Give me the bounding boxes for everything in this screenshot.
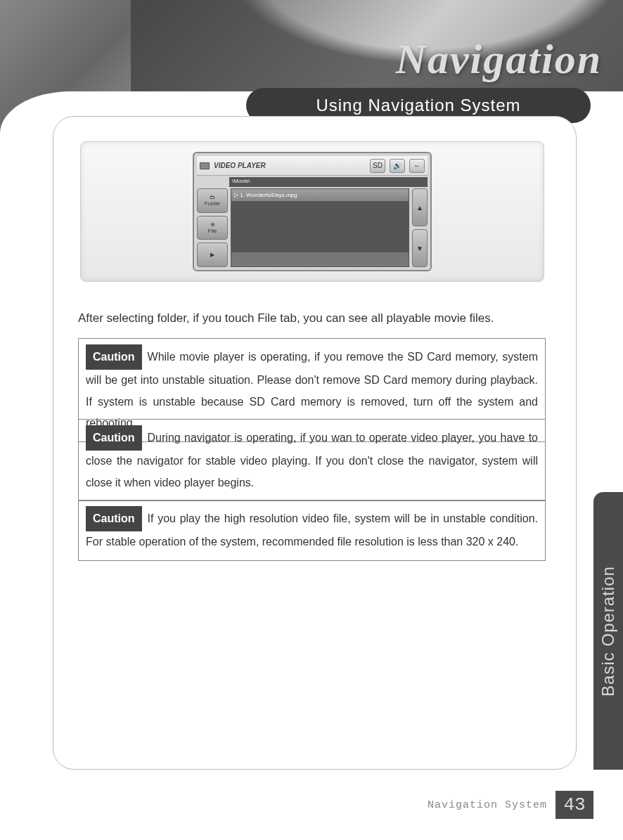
list-item (231, 227, 409, 240)
caution-2-text: During navigator is operating, if you wa… (86, 432, 538, 489)
section-title-text: Using Navigation System (316, 96, 520, 115)
footer-label: Navigation System (428, 799, 547, 811)
scroll-up-button[interactable]: ▲ (412, 188, 428, 226)
video-player-titlebar: VIDEO PLAYER SD 🔊 ← (197, 156, 428, 176)
intro-paragraph: After selecting folder, if you touch Fil… (78, 310, 556, 327)
list-item (231, 214, 409, 227)
video-player-title: VIDEO PLAYER (214, 162, 366, 169)
list-item (231, 202, 409, 214)
caution-label: Caution (86, 344, 142, 370)
side-tab-label: Basic Operation (598, 566, 618, 697)
video-player-body: 🗀 Folder ⊕ File ▶ ▷ 1. WonderfulDays.mpg (197, 188, 428, 267)
video-player-window: VIDEO PLAYER SD 🔊 ← \Movie\ 🗀 Folder ⊕ F… (193, 152, 432, 271)
play-button[interactable]: ▶ (197, 243, 228, 267)
folder-tab-label: Folder (205, 200, 221, 207)
caution-label: Caution (86, 506, 142, 531)
caution-3-text: If you play the high resolution video fi… (86, 512, 538, 548)
speaker-icon[interactable]: 🔊 (390, 159, 405, 173)
folder-tab[interactable]: 🗀 Folder (197, 188, 228, 213)
sd-icon (200, 162, 210, 169)
sd-card-icon[interactable]: SD (370, 159, 385, 173)
video-player-path: \Movie\ (229, 177, 428, 187)
content-frame: VIDEO PLAYER SD 🔊 ← \Movie\ 🗀 Folder ⊕ F… (53, 116, 577, 770)
footer: Navigation System 43 (428, 791, 593, 819)
caution-label: Caution (86, 425, 142, 451)
scroll-controls: ▲ ▼ (412, 188, 428, 267)
caution-box-2: CautionDuring navigator is operating, if… (78, 419, 546, 501)
video-player-sidebar: 🗀 Folder ⊕ File ▶ (197, 188, 228, 267)
play-icon: ▶ (210, 252, 214, 258)
file-tab[interactable]: ⊕ File (197, 216, 228, 240)
file-list: ▷ 1. WonderfulDays.mpg (231, 188, 409, 267)
file-tab-label: File (208, 228, 217, 234)
caution-1-text: While movie player is operating, if you … (86, 351, 538, 429)
page-number: 43 (555, 791, 593, 819)
folder-icon: 🗀 (210, 194, 215, 200)
scroll-down-button[interactable]: ▼ (412, 229, 428, 267)
side-tab: Basic Operation (593, 492, 623, 770)
list-item (231, 240, 409, 252)
screenshot-container: VIDEO PLAYER SD 🔊 ← \Movie\ 🗀 Folder ⊕ F… (80, 141, 544, 282)
brand-title: Navigation (396, 35, 602, 84)
back-icon[interactable]: ← (409, 159, 425, 173)
list-item[interactable]: ▷ 1. WonderfulDays.mpg (231, 189, 409, 202)
file-icon: ⊕ (210, 221, 215, 228)
caution-box-3: CautionIf you play the high resolution v… (78, 500, 546, 561)
